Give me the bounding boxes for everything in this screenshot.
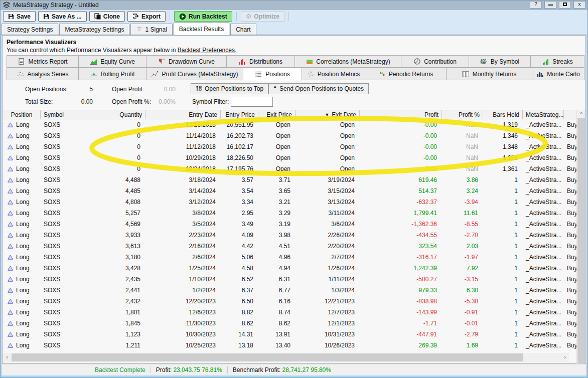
column-header-profit[interactable]: Profit % xyxy=(442,110,483,119)
viz-tab-monte-carlo[interactable]: Monte Carlo xyxy=(532,68,584,80)
viz-tab-streaks[interactable]: Streaks xyxy=(531,55,584,68)
clone-button[interactable]: Clone xyxy=(89,11,125,22)
tab-metastrategy-settings[interactable]: MetaStrategy Settings xyxy=(59,24,129,35)
viz-tab-periodic-returns[interactable]: Periodic Returns xyxy=(365,68,447,80)
profit-pct-cell: -3.94 xyxy=(442,197,483,208)
tab-chart[interactable]: Chart xyxy=(230,24,256,35)
save-as-button-label: Save As ... xyxy=(52,13,82,20)
long-position-triangle-icon xyxy=(8,200,13,205)
vertical-scrollbar[interactable]: ^ v xyxy=(576,110,585,378)
viz-tab-analysis-series[interactable]: Analysis Series xyxy=(7,68,79,80)
exit-date-cell: 12/21/2023 xyxy=(296,296,360,307)
long-position-triangle-icon xyxy=(8,310,13,315)
table-row[interactable]: LongSOXS012/26/201820,551.95OpenOpen-0.0… xyxy=(3,119,578,130)
entry-price-cell: 6.52 xyxy=(221,274,258,285)
viz-tab-contribution[interactable]: Contribution xyxy=(401,55,469,68)
tab-1-signal[interactable]: 1 Signal xyxy=(130,24,172,35)
vertical-scrollbar-thumb[interactable] xyxy=(577,118,585,378)
profit-pct-cell: -0.01 xyxy=(442,318,483,329)
table-row[interactable]: LongSOXS010/24/201817,195.76OpenOpen-0.0… xyxy=(3,163,578,174)
exit-date-cell: Open xyxy=(296,119,360,130)
horizontal-scrollbar[interactable]: ‹ › xyxy=(3,353,569,362)
help-button[interactable]: ? xyxy=(530,1,542,9)
quantity-cell: 4,485 xyxy=(80,185,145,197)
entry-date-cell: 10/25/2023 xyxy=(145,340,221,351)
viz-tab-monthly-returns[interactable]: Monthly Returns xyxy=(447,68,532,80)
quantity-cell: 0 xyxy=(80,141,145,152)
table-row[interactable]: LongSOXS3,6132/16/20244.424.512/20/20243… xyxy=(3,241,578,252)
table-row[interactable]: LongSOXS5,2573/8/20242.953.293/11/20241,… xyxy=(3,208,578,219)
horizontal-scrollbar-thumb[interactable] xyxy=(12,353,523,361)
table-row[interactable]: LongSOXS3,9332/23/20244.093.982/26/2024-… xyxy=(3,230,578,241)
column-header-symbol[interactable]: Symbol xyxy=(41,110,80,119)
column-header-exit-date[interactable]: ▼Exit Date xyxy=(296,110,360,119)
save-as-button[interactable]: Save As ... xyxy=(38,11,87,22)
close-button[interactable]: x xyxy=(573,1,585,9)
column-header-quantity[interactable]: Quantity xyxy=(80,110,145,119)
symbol-filter-input[interactable] xyxy=(231,97,273,107)
column-header-profit[interactable]: Profit xyxy=(360,110,442,119)
viz-tab-positions[interactable]: Positions xyxy=(243,68,302,81)
tab-strategy-settings[interactable]: Strategy Settings xyxy=(2,24,58,35)
optimize-button[interactable]: ⚙ Optimize xyxy=(241,11,284,22)
entry-date-cell: 12/20/2023 xyxy=(145,296,221,307)
table-row[interactable]: LongSOXS3,1802/6/20245.064.962/7/2024-31… xyxy=(3,252,578,263)
table-row[interactable]: LongSOXS4,8083/12/20243.343.213/13/2024-… xyxy=(3,197,578,208)
table-row[interactable]: LongSOXS011/12/201816,102.17OpenOpen-0.0… xyxy=(3,141,578,152)
table-row[interactable]: LongSOXS2,4351/10/20246.526.311/11/2024-… xyxy=(3,274,578,285)
column-header-entry-date[interactable]: Entry Date xyxy=(145,110,221,119)
column-header-exit-price[interactable]: Exit Price xyxy=(258,110,296,119)
viz-tab-drawdown-curve[interactable]: Drawdown Curve xyxy=(146,55,227,68)
export-button[interactable]: Export xyxy=(127,11,166,22)
table-row[interactable]: LongSOXS2,43212/20/20236.506.1612/21/202… xyxy=(3,296,578,307)
viz-tab-rolling-profit[interactable]: Rolling Profit xyxy=(79,68,146,80)
viz-tab-profit-curves-metastrategy[interactable]: Profit Curves (MetaStrategy) xyxy=(146,68,243,80)
metastrategy-cell: _ActiveStra... xyxy=(523,307,564,318)
scroll-left-icon[interactable]: ‹ xyxy=(3,353,11,362)
table-row[interactable]: LongSOXS4,5693/5/20243.493.193/6/2024-1,… xyxy=(3,219,578,230)
exit-date-cell: 3/13/2024 xyxy=(296,197,360,208)
viz-tab-distributions[interactable]: Distributions xyxy=(227,55,295,68)
column-header-position[interactable]: Position xyxy=(3,110,41,119)
save-button[interactable]: Save xyxy=(3,11,36,22)
open-positions-to-top-button[interactable]: Open Positions to Top xyxy=(191,83,268,94)
scroll-right-icon[interactable]: › xyxy=(561,353,569,362)
tab-backtest-results[interactable]: Backtest Results xyxy=(174,23,229,35)
table-row[interactable]: LongSOXS1,80112/6/20238.828.7412/7/2023-… xyxy=(3,307,578,318)
long-position-triangle-icon xyxy=(8,288,13,293)
symbol-cell: SOXS xyxy=(41,152,80,163)
signal-cell: Buy 4 xyxy=(564,185,578,197)
table-row[interactable]: LongSOXS2,4411/2/20246.376.771/3/2024979… xyxy=(3,285,578,296)
table-row[interactable]: LongSOXS3,4281/25/20244.584.941/26/20241… xyxy=(3,263,578,274)
viz-tab-position-metrics[interactable]: Position Metrics xyxy=(302,68,365,80)
viz-tab-equity-curve[interactable]: Equity Curve xyxy=(79,55,146,68)
viz-tab-correlations-metastrategy[interactable]: Correlations (MetaStrategy) xyxy=(295,55,401,68)
column-header-metastrateg[interactable]: MetaStrateg... xyxy=(523,110,564,119)
table-row[interactable]: LongSOXS1,84511/30/20238.628.6212/1/2023… xyxy=(3,318,578,329)
backtest-preferences-link[interactable]: Backtest Preferences xyxy=(178,47,235,54)
performance-visualizers-title: Performance Visualizers xyxy=(7,39,76,46)
maximize-button[interactable] xyxy=(559,1,571,9)
signal-cell: Buy 4 xyxy=(564,230,578,241)
profit-pct-cell: 11.61 xyxy=(442,208,483,219)
column-header-signal[interactable] xyxy=(564,110,578,119)
table-row[interactable]: LongSOXS010/29/201818,226.50OpenOpen-0.0… xyxy=(3,152,578,163)
viz-tab-metrics-report[interactable]: Metrics Report xyxy=(7,55,79,68)
column-header-bars-held[interactable]: Bars Held xyxy=(483,110,523,119)
table-row[interactable]: LongSOXS4,4883/18/20243.573.713/19/20246… xyxy=(3,174,578,185)
profit-pct-cell: 7.92 xyxy=(442,263,483,274)
column-header-entry-price[interactable]: Entry Price xyxy=(221,110,258,119)
table-row[interactable]: LongSOXS4,4853/14/20243.543.653/15/20245… xyxy=(3,185,578,197)
entry-date-cell: 2/6/2024 xyxy=(145,252,221,263)
table-row[interactable]: LongSOXS1,21110/25/202313.1813.4010/26/2… xyxy=(3,340,578,351)
minimize-button[interactable] xyxy=(544,1,556,9)
scroll-up-icon[interactable]: ^ xyxy=(577,110,585,118)
send-open-positions-to-quotes-button[interactable]: “ Send Open Positions to Quotes xyxy=(268,83,369,94)
table-row[interactable]: LongSOXS1,12310/30/202314.3113.9110/31/2… xyxy=(3,329,578,340)
long-position-triangle-icon xyxy=(8,177,13,182)
bars-held-cell: 1 xyxy=(483,230,523,241)
table-row[interactable]: LongSOXS011/14/201816,202.73OpenOpen-0.0… xyxy=(3,130,578,141)
maximize-icon xyxy=(563,3,567,6)
run-backtest-button[interactable]: Run Backtest xyxy=(174,11,232,22)
viz-tab-by-symbol[interactable]: ABCDEFBy Symbol xyxy=(469,55,531,68)
